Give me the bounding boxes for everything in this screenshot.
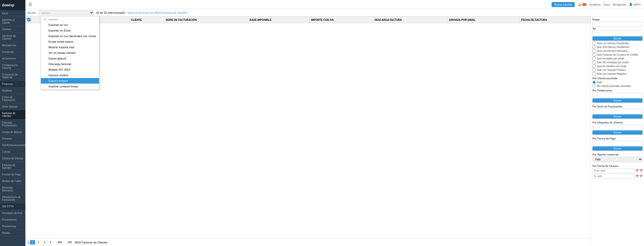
sidebar-item-remesas-bancarias[interactable]: Remesas bancarias: [0, 184, 25, 194]
sidebar-item-comercial[interactable]: Comercial ›: [0, 49, 25, 55]
sidebar-item-analitica[interactable]: Analítica: [0, 87, 25, 94]
sidebar-item-servicios-clientes[interactable]: Servicios de Clientes ›: [0, 33, 25, 42]
cb-solo-facturas-credito[interactable]: [592, 53, 596, 56]
sidebar-item-gis-ftth[interactable]: GIS FTTH ›: [0, 203, 25, 210]
cb-solo-importe-negativo[interactable]: [592, 72, 596, 75]
sidebar-item-facturas-agentes[interactable]: Facturas de Agentes: [0, 162, 25, 171]
dropdown-item-selected[interactable]: ✓ ----------: [41, 17, 99, 22]
dropdown-item-print-contasol[interactable]: Imprime contasol líneas: [41, 84, 99, 89]
page-btn-2[interactable]: 2: [36, 240, 41, 244]
select-all-checkbox[interactable]: [27, 18, 30, 21]
sidebar-item-consumos-telefonia[interactable]: Consumos de Telefonía ›: [0, 71, 25, 81]
sidebar-item-radius[interactable]: Radius ›: [0, 230, 25, 236]
docs-link[interactable]: Docs: [604, 3, 610, 6]
sidebar-item-facturas-proveedores[interactable]: Facturas Proveedores: [0, 119, 25, 129]
serie-search-btn[interactable]: Buscar: [592, 114, 642, 119]
hamburger-icon[interactable]: ☰: [28, 2, 32, 7]
sidebar-item-cartera-efectos[interactable]: Cartera de Efectos: [0, 155, 25, 162]
sidebar-item-formas-pago[interactable]: Formas de Pago: [0, 171, 25, 178]
sidebar-item-finanzas[interactable]: Finanzas ∨: [0, 81, 25, 87]
select-all-link[interactable]: Seleccionar todos los 8020 Facturas de C…: [127, 11, 187, 14]
dropdown-item-export-excel[interactable]: Exportar en Excel: [41, 28, 99, 33]
from-date-input[interactable]: [592, 168, 635, 173]
sidebar-item-sepa[interactable]: SEPA(Devoluciones): [0, 142, 25, 149]
poblaciones-search-btn[interactable]: Buscar: [592, 98, 642, 103]
dropdown-item-export-contasol[interactable]: Export contasol: [41, 78, 99, 84]
main-content: ☰ Nueva interfaz 🔔 11 Analítica Docs Mi …: [25, 0, 644, 246]
calendar-from-icon2[interactable]: 📅: [639, 169, 642, 172]
dropdown-item-export-csv[interactable]: Exportar en csv: [41, 22, 99, 28]
cb-solo-efectos-pendientes[interactable]: [592, 42, 596, 45]
col-base: BASE IMPONIBLE: [248, 17, 309, 23]
dropdown-item-print-receipts[interactable]: Imprime recibos: [41, 72, 99, 78]
sidebar-item-ciclos-facturacion[interactable]: Ciclos de Facturación: [0, 94, 25, 103]
new-interface-button[interactable]: Nueva interfaz: [552, 2, 575, 7]
notifications-area[interactable]: 🔔 11: [578, 3, 587, 6]
dropdown-item-view-clients[interactable]: Ver en listado clientes: [41, 50, 99, 56]
col-descarga: DESCARGA FACTURA: [373, 17, 447, 23]
to-input[interactable]: [592, 31, 642, 36]
poblaciones-input[interactable]: [592, 93, 642, 98]
sidebar-item-proveedores[interactable]: Proveedores ›: [0, 217, 25, 223]
page-btn-4[interactable]: 4: [48, 240, 53, 244]
dropdown-item-send-email[interactable]: Enviar email masivo: [41, 39, 99, 44]
notifications-badge: 11: [582, 3, 587, 6]
radio-todo-input[interactable]: [592, 81, 596, 84]
dropdown-item-modelo-347[interactable]: Modelo 347 2023: [41, 67, 99, 72]
calendar-to-icon[interactable]: 📅: [636, 175, 639, 178]
sidebar-item-ficheros[interactable]: Ficheros: [0, 135, 25, 142]
action-select[interactable]: ---------- Exportar en csv Exportar en E…: [39, 10, 94, 15]
sidebar-item-facturas-clientes[interactable]: Facturas de Clientes: [0, 110, 25, 119]
sidebar-item-ecommerce[interactable]: eCommerce ›: [0, 55, 25, 62]
cb-solo-clientes-email[interactable]: [592, 65, 596, 68]
dropdown-item-download-invoice[interactable]: Descarga facturae: [41, 61, 99, 67]
cb-solo-sin-efectos-pendientes[interactable]: [592, 45, 596, 49]
pagination-bar: 1 1 2 3 4 ...400 ...401 8020 Facturas de…: [25, 238, 591, 246]
calendar-to-icon2[interactable]: 📅: [639, 175, 642, 178]
sidebar-item-inicio[interactable]: Inicio: [0, 10, 25, 17]
page-btn-1[interactable]: 1: [30, 240, 35, 244]
sidebar-item-provisioning[interactable]: Provisioning ›: [0, 223, 25, 230]
page-btn-3[interactable]: 3: [42, 240, 47, 244]
col-fecha: FECHA DE FACTURA: [520, 17, 590, 23]
to-date-input[interactable]: [592, 174, 635, 179]
dropdown-item-export-glassof[interactable]: Export glassof: [41, 56, 99, 61]
sidebar-item-clientes[interactable]: Clientes ›: [0, 26, 25, 33]
serie-facturacion-input[interactable]: [592, 109, 642, 114]
col-email: ENVIADA POR EMAIL: [448, 17, 520, 23]
search-button-main[interactable]: Buscar: [592, 36, 642, 41]
user-menu[interactable]: 👤 admin: [629, 3, 641, 6]
sidebar-item-mercanderias[interactable]: Mercaderías ›: [0, 42, 25, 49]
radio-sin-cliente: Sin Cliente asociado asociado: [592, 84, 642, 88]
from-label: From: [592, 18, 642, 21]
cb-solo-importe-positivo[interactable]: [592, 68, 596, 72]
sidebar-item-serie-facturas[interactable]: Serie facturas: [0, 103, 25, 110]
cb-solo-no-enviadas-email[interactable]: [592, 61, 596, 64]
dropdown-item-export-csv-dec[interactable]: Exportar en csv (decimales con coma): [41, 33, 99, 39]
sidebar-item-simulaciones-facturacion[interactable]: Simulaciones de Facturación: [0, 194, 25, 203]
etiquetas-input[interactable]: [592, 125, 642, 130]
agenda-link[interactable]: Mi agenda: [613, 3, 626, 6]
from-input[interactable]: [592, 22, 642, 26]
dropdown-item-show-total[interactable]: Mostrar importe total: [41, 44, 99, 50]
sidebar-item-lineas-factura[interactable]: Líneas de factura: [0, 129, 25, 135]
invoice-table: Nº ESTADO FACTURA CLIENTE SERIE DE FACTU…: [25, 17, 591, 23]
sidebar-item-configuracion-general[interactable]: Configuración General ›: [0, 62, 25, 71]
forma-pago-input[interactable]: [592, 141, 642, 146]
cb-solo-efectos-devueltos[interactable]: [592, 49, 596, 53]
etiquetas-search-btn[interactable]: Buscar: [592, 130, 642, 135]
forma-pago-search-btn[interactable]: Buscar: [592, 146, 642, 151]
cliente-asociado-title: Por Cliente asociado: [592, 77, 642, 80]
analytics-link[interactable]: Analítica: [590, 3, 600, 6]
chevron-right-icon: ›: [23, 75, 23, 77]
sidebar-item-inventario-red[interactable]: Inventario de Red: [0, 210, 25, 217]
chevron-right-icon: ›: [23, 20, 23, 23]
calendar-from-icon[interactable]: 📅: [636, 169, 639, 172]
radio-sin-cliente-input[interactable]: [592, 84, 596, 88]
chevron-right-icon: ›: [23, 66, 23, 68]
sidebar-item-atencion-cliente[interactable]: Atención al Cliente ›: [0, 17, 25, 26]
agente-comercial-select[interactable]: Todo: [592, 157, 642, 162]
sidebar-item-cobros[interactable]: Cobros: [0, 149, 25, 155]
cb-solo-enviadas-email[interactable]: [592, 57, 596, 60]
sidebar-item-medios-cobro[interactable]: Medios de Cobro: [0, 178, 25, 184]
